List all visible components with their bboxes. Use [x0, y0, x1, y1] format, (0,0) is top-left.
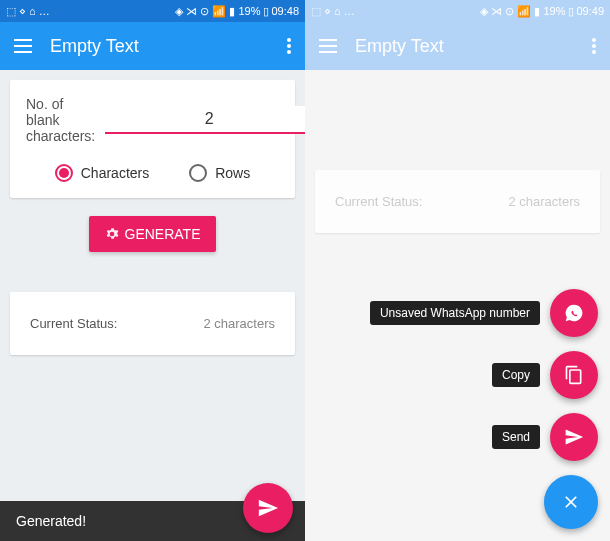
send-fab[interactable]	[243, 483, 293, 533]
action-close[interactable]	[544, 475, 598, 529]
statusbar-right: ◈ ⋊ ⊙ 📶 ▮ 19% ▯ 09:48	[175, 5, 299, 18]
speed-dial: Unsaved WhatsApp number Copy Send	[370, 289, 598, 529]
whatsapp-fab[interactable]	[550, 289, 598, 337]
close-fab[interactable]	[544, 475, 598, 529]
gear-icon	[105, 227, 119, 241]
statusbar-right: ◈ ⋊ ⊙ 📶 ▮ 19% ▯ 09:49	[480, 5, 604, 18]
app-title: Empty Text	[355, 36, 574, 57]
more-icon[interactable]	[592, 38, 596, 54]
action-send[interactable]: Send	[492, 413, 598, 461]
send-icon	[564, 427, 584, 447]
menu-icon[interactable]	[14, 39, 32, 53]
status-card: Current Status: 2 characters	[10, 292, 295, 355]
radio-rows[interactable]: Rows	[189, 164, 250, 182]
status-value: 2 characters	[203, 316, 275, 331]
close-icon	[561, 492, 581, 512]
radio-rows-label: Rows	[215, 165, 250, 181]
radio-group: Characters Rows	[26, 164, 279, 182]
radio-icon	[55, 164, 73, 182]
statusbar-time: 09:49	[576, 5, 604, 17]
generate-button[interactable]: GENERATE	[89, 216, 217, 252]
action-copy[interactable]: Copy	[492, 351, 598, 399]
whatsapp-label: Unsaved WhatsApp number	[370, 301, 540, 325]
status-card: Current Status: 2 characters	[315, 170, 600, 233]
status-label: Current Status:	[30, 316, 117, 331]
statusbar-left-icons: ⬚ ⋄ ⌂ …	[6, 5, 50, 18]
screenshot-left: ⬚ ⋄ ⌂ … ◈ ⋊ ⊙ 📶 ▮ 19% ▯ 09:48 Empty Text…	[0, 0, 305, 541]
menu-icon[interactable]	[319, 39, 337, 53]
screenshot-right: ⬚ ⋄ ⌂ … ◈ ⋊ ⊙ 📶 ▮ 19% ▯ 09:49 Empty Text…	[305, 0, 610, 541]
statusbar-time: 09:48	[271, 5, 299, 17]
radio-characters[interactable]: Characters	[55, 164, 149, 182]
status-label: Current Status:	[335, 194, 422, 209]
appbar: Empty Text	[0, 22, 305, 70]
status-value: 2 characters	[508, 194, 580, 209]
send-label: Send	[492, 425, 540, 449]
blank-count-input[interactable]	[105, 106, 305, 134]
whatsapp-icon	[564, 303, 584, 323]
more-icon[interactable]	[287, 38, 291, 54]
send-action-fab[interactable]	[550, 413, 598, 461]
content: No. of blank characters: Characters Rows	[0, 70, 305, 373]
generate-label: GENERATE	[125, 226, 201, 242]
statusbar-left-icons: ⬚ ⋄ ⌂ …	[311, 5, 355, 18]
statusbar-indicators: ◈ ⋊ ⊙ 📶 ▮ 19% ▯	[480, 5, 574, 18]
copy-label: Copy	[492, 363, 540, 387]
send-icon	[257, 497, 279, 519]
statusbar: ⬚ ⋄ ⌂ … ◈ ⋊ ⊙ 📶 ▮ 19% ▯ 09:48	[0, 0, 305, 22]
copy-fab[interactable]	[550, 351, 598, 399]
radio-characters-label: Characters	[81, 165, 149, 181]
toast-text: Generated!	[16, 513, 86, 529]
appbar: Empty Text	[305, 22, 610, 70]
content: Current Status: 2 characters	[305, 160, 610, 251]
app-title: Empty Text	[50, 36, 269, 57]
copy-icon	[564, 365, 584, 385]
input-card: No. of blank characters: Characters Rows	[10, 80, 295, 198]
blank-count-label: No. of blank characters:	[26, 96, 95, 144]
radio-icon	[189, 164, 207, 182]
statusbar: ⬚ ⋄ ⌂ … ◈ ⋊ ⊙ 📶 ▮ 19% ▯ 09:49	[305, 0, 610, 22]
action-whatsapp[interactable]: Unsaved WhatsApp number	[370, 289, 598, 337]
statusbar-indicators: ◈ ⋊ ⊙ 📶 ▮ 19% ▯	[175, 5, 269, 18]
